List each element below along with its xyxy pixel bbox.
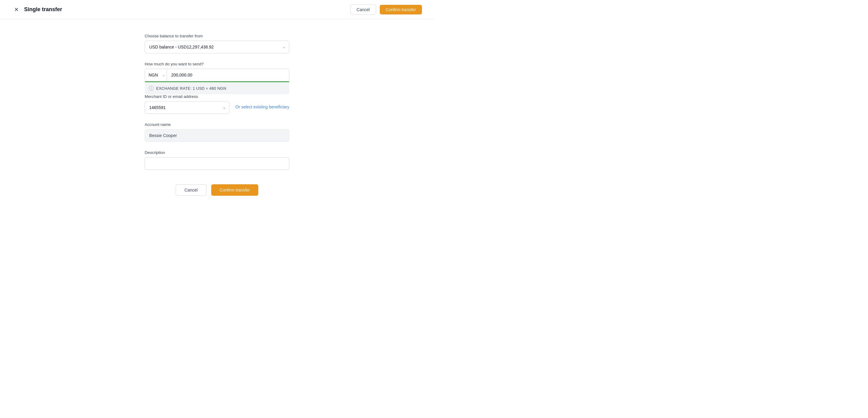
close-button[interactable]: ✕ <box>12 5 21 14</box>
bottom-cancel-button[interactable]: Cancel <box>176 184 207 196</box>
info-icon: i <box>149 86 154 91</box>
beneficiary-link[interactable]: Or select existing beneficiary <box>236 104 289 109</box>
bottom-confirm-button[interactable]: Confirm transfer <box>211 184 258 196</box>
merchant-select[interactable]: 1465591 <box>145 101 229 114</box>
amount-group: How much do you want to send? NGNUSDGBPE… <box>145 62 289 94</box>
amount-label: How much do you want to send? <box>145 62 289 66</box>
bottom-actions: Cancel Confirm transfer <box>145 184 289 196</box>
amount-input[interactable] <box>167 69 289 81</box>
merchant-group: Merchant ID or email address 1465591 ⌄ O… <box>145 94 289 114</box>
exchange-rate-text: EXCHANGE RATE: 1 USD = 480 NGN <box>156 86 226 91</box>
header-cancel-button[interactable]: Cancel <box>350 4 376 15</box>
description-group: Description <box>145 150 289 170</box>
exchange-rate-info: i EXCHANGE RATE: 1 USD = 480 NGN <box>145 82 289 94</box>
header-confirm-button[interactable]: Confirm transfer <box>380 5 422 14</box>
account-name-group: Account name <box>145 122 289 142</box>
balance-label: Choose balance to transfer from <box>145 34 289 38</box>
page-header: ✕ Single transfer Cancel Confirm transfe… <box>0 0 434 19</box>
main-form: Choose balance to transfer from USD bala… <box>138 19 296 214</box>
balance-select[interactable]: USD balance - USD12,297,438.92NGN balanc… <box>145 41 289 53</box>
merchant-row: 1465591 ⌄ Or select existing beneficiary <box>145 101 289 114</box>
description-input[interactable] <box>145 157 289 170</box>
balance-group: Choose balance to transfer from USD bala… <box>145 34 289 53</box>
merchant-label: Merchant ID or email address <box>145 94 289 99</box>
account-name-label: Account name <box>145 122 289 127</box>
header-left: ✕ Single transfer <box>12 5 62 14</box>
merchant-select-wrapper: 1465591 ⌄ <box>145 101 229 114</box>
currency-select[interactable]: NGNUSDGBPEUR <box>145 69 167 81</box>
amount-row: NGNUSDGBPEUR ⌄ <box>145 69 289 81</box>
close-icon: ✕ <box>14 6 19 13</box>
page-title: Single transfer <box>24 6 62 13</box>
currency-select-wrapper: NGNUSDGBPEUR ⌄ <box>145 69 167 81</box>
description-label: Description <box>145 150 289 155</box>
header-actions: Cancel Confirm transfer <box>350 4 422 15</box>
account-name-input <box>145 129 289 142</box>
merchant-input-wrapper: 1465591 ⌄ <box>145 101 229 114</box>
balance-select-wrapper: USD balance - USD12,297,438.92NGN balanc… <box>145 41 289 53</box>
